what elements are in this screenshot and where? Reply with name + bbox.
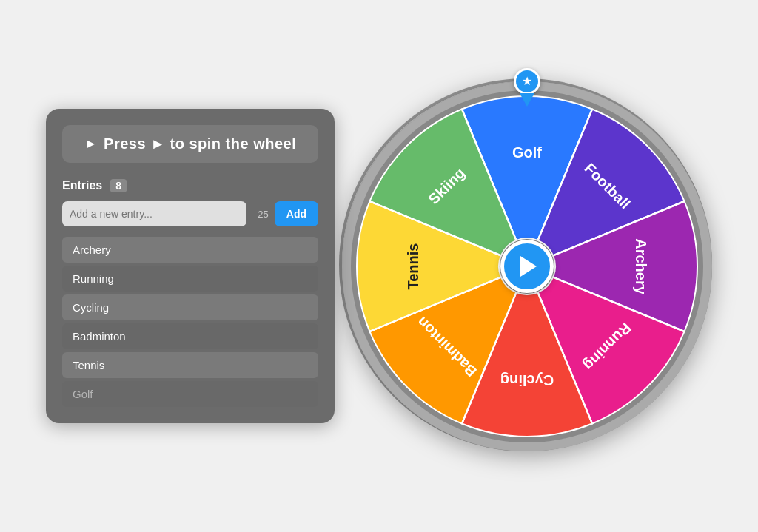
list-item[interactable]: Golf [62, 381, 318, 407]
list-item[interactable]: Tennis [62, 352, 318, 378]
control-panel: ► Press ► to spin the wheel Entries 8 25… [46, 109, 335, 423]
entries-header: Entries 8 [62, 179, 318, 192]
wheel-pointer-arrow [520, 93, 534, 107]
list-item[interactable]: Running [62, 266, 318, 292]
svg-text:Golf: Golf [512, 144, 542, 161]
list-item[interactable]: Cycling [62, 294, 318, 320]
spin-button[interactable]: ► Press ► to spin the wheel [62, 125, 318, 163]
wheel-pointer: ★ [514, 68, 540, 107]
svg-text:Archery: Archery [633, 238, 649, 294]
entries-label: Entries [62, 179, 102, 192]
wheel-pointer-pin: ★ [514, 68, 540, 95]
wheel-outer: GolfFootballArcheryRunningCyclingBadmint… [342, 81, 712, 451]
svg-text:Tennis: Tennis [405, 243, 421, 289]
svg-text:Cycling: Cycling [500, 371, 554, 388]
entries-list: Archery Running Cycling Badminton Tennis… [62, 237, 318, 407]
add-entry-row: 25 Add [62, 201, 318, 226]
wheel-center-button[interactable] [500, 240, 554, 293]
list-item[interactable]: Badminton [62, 323, 318, 349]
char-count: 25 [252, 209, 269, 220]
add-entry-input[interactable] [62, 201, 246, 226]
wheel-play-icon [520, 256, 537, 277]
entries-count: 8 [110, 179, 127, 192]
wheel-container: GolfFootballArcheryRunningCyclingBadmint… [342, 81, 712, 451]
add-button[interactable]: Add [275, 201, 318, 226]
list-item[interactable]: Archery [62, 237, 318, 263]
star-icon: ★ [522, 74, 532, 88]
play-icon: ► [84, 136, 98, 152]
spin-label: Press ► to spin the wheel [104, 135, 296, 152]
